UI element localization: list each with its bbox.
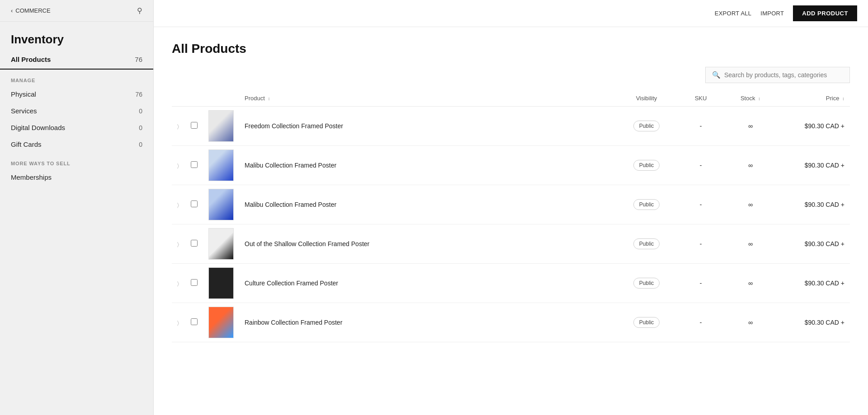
all-products-label: All Products — [11, 56, 51, 63]
row-expand-icon[interactable]: 〉 — [177, 280, 179, 287]
product-sku: - — [678, 146, 723, 185]
row-checkbox[interactable] — [191, 279, 198, 286]
row-checkbox[interactable] — [191, 240, 198, 247]
sidebar-nav-label: Memberships — [11, 173, 52, 181]
visibility-badge: Public — [633, 317, 660, 328]
sidebar-nav-count: 0 — [139, 141, 142, 148]
table-row: 〉 Freedom Collection Framed Poster Publi… — [172, 107, 850, 146]
table-row: 〉 Rainbow Collection Framed Poster Publi… — [172, 303, 850, 342]
products-tbody: 〉 Freedom Collection Framed Poster Publi… — [172, 107, 850, 342]
visibility-badge: Public — [633, 199, 660, 210]
product-price: $90.30 CAD + — [778, 264, 850, 303]
product-visibility: Public — [615, 185, 678, 224]
product-visibility: Public — [615, 107, 678, 146]
product-stock: ∞ — [723, 303, 778, 342]
main-body: All Products 🔍 Product ↕ Visibility — [154, 27, 868, 415]
visibility-badge: Public — [633, 238, 660, 249]
product-stock: ∞ — [723, 264, 778, 303]
table-row: 〉 Malibu Collection Framed Poster Public… — [172, 146, 850, 185]
product-price: $90.30 CAD + — [778, 146, 850, 185]
sidebar-nav-count: 0 — [139, 107, 142, 115]
row-expand-icon[interactable]: 〉 — [177, 123, 179, 130]
sidebar-header: ‹ COMMERCE ⚲ — [0, 0, 153, 22]
product-stock: ∞ — [723, 107, 778, 146]
sidebar-nav-more-ways: Memberships — [0, 169, 153, 186]
sidebar-nav-item[interactable]: Gift Cards0 — [0, 136, 153, 153]
sidebar-nav-label: Digital Downloads — [11, 124, 65, 131]
product-name[interactable]: Rainbow Collection Framed Poster — [239, 303, 615, 342]
col-price-header[interactable]: Price ↕ — [778, 90, 850, 107]
visibility-badge: Public — [633, 160, 660, 171]
visibility-badge: Public — [633, 278, 660, 289]
row-expand-icon[interactable]: 〉 — [177, 163, 179, 169]
product-name[interactable]: Freedom Collection Framed Poster — [239, 107, 615, 146]
back-to-commerce-link[interactable]: ‹ COMMERCE — [11, 7, 51, 14]
sidebar-nav-label: Services — [11, 107, 37, 115]
visibility-badge: Public — [633, 121, 660, 131]
product-sku: - — [678, 264, 723, 303]
sidebar-nav-manage: Physical76Services0Digital Downloads0Gif… — [0, 86, 153, 153]
products-table: Product ↕ Visibility SKU Stock ↕ Price — [172, 90, 850, 342]
row-expand-icon[interactable]: 〉 — [177, 320, 179, 326]
sidebar-title: Inventory — [0, 22, 153, 50]
all-products-nav-item[interactable]: All Products 76 — [0, 50, 153, 70]
product-stock: ∞ — [723, 146, 778, 185]
import-link[interactable]: IMPORT — [760, 10, 784, 17]
price-sort-icon: ↕ — [842, 96, 844, 101]
manage-section-label: MANAGE — [0, 70, 153, 86]
sidebar-search-icon[interactable]: ⚲ — [137, 6, 142, 15]
table-toolbar: 🔍 — [172, 67, 850, 83]
row-checkbox[interactable] — [191, 201, 198, 207]
product-price: $90.30 CAD + — [778, 224, 850, 264]
product-stock: ∞ — [723, 224, 778, 264]
table-header-row: Product ↕ Visibility SKU Stock ↕ Price — [172, 90, 850, 107]
product-stock: ∞ — [723, 185, 778, 224]
col-visibility-header: Visibility — [615, 90, 678, 107]
sidebar-nav-item[interactable]: Physical76 — [0, 86, 153, 103]
sidebar: ‹ COMMERCE ⚲ Inventory All Products 76 M… — [0, 0, 154, 415]
col-sku-header: SKU — [678, 90, 723, 107]
product-sku: - — [678, 303, 723, 342]
row-checkbox[interactable] — [191, 318, 198, 325]
sidebar-nav-count: 76 — [135, 91, 142, 98]
row-checkbox[interactable] — [191, 161, 198, 168]
chevron-left-icon: ‹ — [11, 7, 13, 14]
row-expand-icon[interactable]: 〉 — [177, 241, 179, 247]
page-title: All Products — [172, 42, 850, 56]
sidebar-nav-item[interactable]: Services0 — [0, 103, 153, 119]
commerce-label: COMMERCE — [15, 7, 50, 14]
sidebar-nav-count: 0 — [139, 124, 142, 131]
sidebar-nav-label: Physical — [11, 90, 36, 98]
sidebar-nav-item[interactable]: Digital Downloads0 — [0, 119, 153, 136]
table-row: 〉 Culture Collection Framed Poster Publi… — [172, 264, 850, 303]
all-products-count: 76 — [135, 56, 142, 63]
search-input[interactable] — [724, 71, 843, 79]
export-all-link[interactable]: EXPORT ALL — [715, 10, 752, 17]
search-box[interactable]: 🔍 — [705, 67, 850, 83]
col-product-header[interactable]: Product ↕ — [239, 90, 615, 107]
main-header: EXPORT ALL IMPORT ADD PRODUCT — [154, 0, 868, 27]
product-visibility: Public — [615, 224, 678, 264]
product-name[interactable]: Malibu Collection Framed Poster — [239, 185, 615, 224]
product-sku: - — [678, 185, 723, 224]
col-expand — [172, 90, 185, 107]
product-name[interactable]: Culture Collection Framed Poster — [239, 264, 615, 303]
row-expand-icon[interactable]: 〉 — [177, 202, 179, 208]
col-stock-header[interactable]: Stock ↕ — [723, 90, 778, 107]
table-row: 〉 Malibu Collection Framed Poster Public… — [172, 185, 850, 224]
more-ways-section-label: MORE WAYS TO SELL — [0, 153, 153, 169]
product-sku: - — [678, 224, 723, 264]
row-checkbox[interactable] — [191, 122, 198, 129]
product-visibility: Public — [615, 146, 678, 185]
add-product-button[interactable]: ADD PRODUCT — [793, 5, 857, 21]
product-sku: - — [678, 107, 723, 146]
product-name[interactable]: Malibu Collection Framed Poster — [239, 146, 615, 185]
sidebar-nav-label: Gift Cards — [11, 140, 42, 148]
product-sort-icon: ↕ — [268, 96, 270, 101]
product-thumbnail — [208, 149, 234, 181]
sidebar-nav-item-more[interactable]: Memberships — [0, 169, 153, 186]
product-visibility: Public — [615, 303, 678, 342]
product-thumbnail — [208, 228, 234, 260]
product-name[interactable]: Out of the Shallow Collection Framed Pos… — [239, 224, 615, 264]
product-thumbnail — [208, 110, 234, 142]
